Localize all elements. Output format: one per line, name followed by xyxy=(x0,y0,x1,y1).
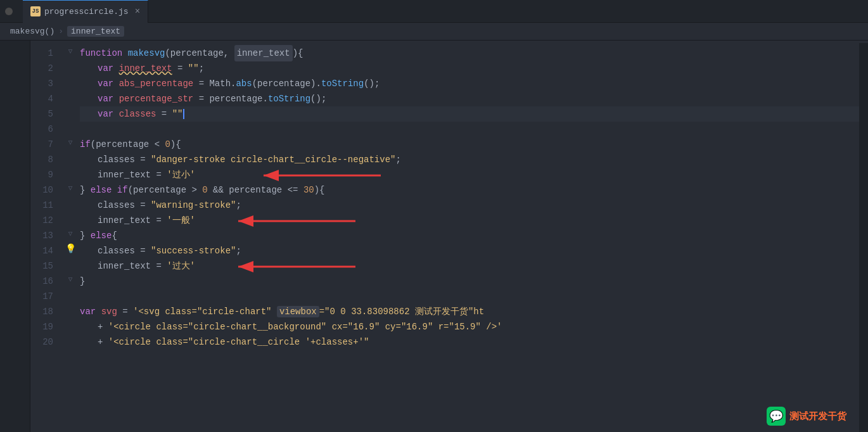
table-row: var inner_text = ""; xyxy=(80,61,859,76)
table-row: classes = "warning-stroke"; xyxy=(80,198,859,213)
fold-icon-13[interactable]: ▽ xyxy=(68,229,73,238)
red-arrow-15 xyxy=(232,260,359,274)
title-bar: JS progresscircle.js × xyxy=(0,0,868,23)
activity-bar xyxy=(0,41,30,432)
minimize-button[interactable] xyxy=(5,8,13,15)
wechat-watermark: 💬 测试开发干货 xyxy=(767,407,846,426)
table-row: var svg = '<svg class="circle-chart" vie… xyxy=(80,304,859,319)
breadcrumb-current: inner_text xyxy=(67,26,124,37)
wechat-channel-name: 测试开发干货 xyxy=(789,410,846,422)
file-tab[interactable]: JS progresscircle.js × xyxy=(23,0,148,23)
red-arrow-9 xyxy=(257,168,384,182)
fold-icon-1[interactable]: ▽ xyxy=(68,47,73,55)
table-row: var abs_percentage = Math.abs(percentage… xyxy=(80,76,859,91)
line-numbers: 1 2 3 4 5 6 7 8 9 10 11 12 13 14 15 16 1… xyxy=(30,43,63,432)
table-row: classes = "success-stroke"; xyxy=(80,243,859,258)
js-icon: JS xyxy=(30,6,41,16)
fold-icon-10[interactable]: ▽ xyxy=(68,184,73,192)
table-row: } else if(percentage > 0 && percentage <… xyxy=(80,182,859,198)
table-row xyxy=(80,289,859,304)
breadcrumb-parent[interactable]: makesvg() xyxy=(10,27,54,36)
table-row: + '<circle class="circle-chart__backgrou… xyxy=(80,319,859,334)
table-row: inner_text = '过大' xyxy=(80,258,859,274)
table-row: + '<circle class="circle-chart__circle '… xyxy=(80,334,859,350)
fold-icon-16[interactable]: ▽ xyxy=(68,275,73,283)
bulb-icon-14[interactable]: 💡 xyxy=(65,243,76,254)
tab-filename: progresscircle.js xyxy=(44,7,129,16)
table-row: var classes = "" xyxy=(80,106,859,122)
table-row: } else{ xyxy=(80,228,859,243)
fold-icon-7[interactable]: ▽ xyxy=(68,138,73,146)
table-row: var percentage_str = percentage.toString… xyxy=(80,91,859,106)
table-row: inner_text = '过小' xyxy=(80,167,859,182)
scrollbar[interactable] xyxy=(859,43,868,432)
breadcrumb-separator: › xyxy=(58,27,63,36)
table-row: function makesvg(percentage, inner_text)… xyxy=(80,46,859,61)
table-row xyxy=(80,122,859,137)
tab-close-button[interactable]: × xyxy=(135,6,140,16)
table-row: } xyxy=(80,274,859,289)
breadcrumb: makesvg() › inner_text xyxy=(0,23,868,41)
table-row: classes = "danger-stroke circle-chart__c… xyxy=(80,152,859,167)
table-row: inner_text = '一般' xyxy=(80,213,859,228)
editor-content[interactable]: 1 2 3 4 5 6 7 8 9 10 11 12 13 14 15 16 1… xyxy=(30,41,868,432)
code-lines: function makesvg(percentage, inner_text)… xyxy=(77,43,859,432)
wechat-logo-icon: 💬 xyxy=(767,407,786,426)
red-arrow-12 xyxy=(232,214,359,228)
code-area: 1 2 3 4 5 6 7 8 9 10 11 12 13 14 15 16 1… xyxy=(0,41,868,432)
table-row: if(percentage < 0){ xyxy=(80,137,859,152)
fold-column: ▽ ▽ ▽ ▽ xyxy=(63,43,77,432)
